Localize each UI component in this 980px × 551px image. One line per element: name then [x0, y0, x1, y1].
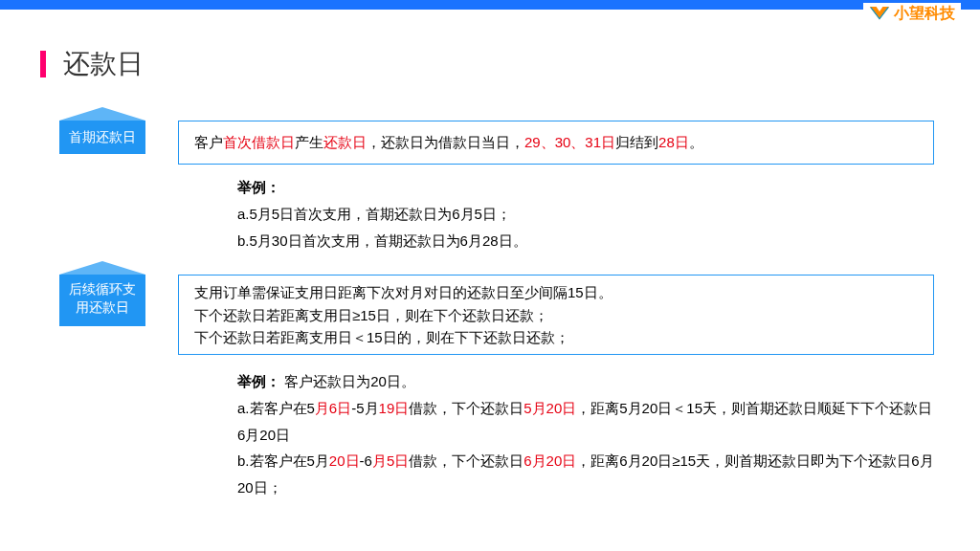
highlight: 28日	[658, 134, 689, 150]
section2-tag: 后续循环支用还款日	[59, 275, 145, 326]
highlight: 首次借款日	[223, 134, 295, 150]
brand-logo: 小望科技	[863, 3, 961, 24]
plain: 客户	[194, 134, 223, 150]
highlight: 20日	[329, 452, 360, 469]
plain: -5月	[351, 400, 378, 416]
highlight: 还款日	[323, 134, 367, 150]
highlight: 5月20日	[523, 400, 576, 416]
section1-tag: 首期还款日	[59, 121, 145, 154]
rule-line: 支用订单需保证支用日距离下次对月对日的还款日至少间隔15日。	[194, 281, 918, 303]
highlight: 6月20日	[523, 452, 576, 469]
highlight: 29、30、31日	[524, 134, 615, 150]
highlight: 19日	[379, 400, 410, 416]
example-a: a.5月5日首次支用，首期还款日为6月5日；	[237, 201, 934, 228]
section1-block: 首期还款日 客户首次借款日产生还款日，还款日为借款日当日，29、30、31日归结…	[59, 121, 934, 165]
plain: ，还款日为借款日当日，	[367, 134, 524, 150]
section1-examples: 举例： a.5月5日首次支用，首期还款日为6月5日； b.5月30日首次支用，首…	[237, 174, 934, 253]
example-b: b.5月30日首次支用，首期还款日为6月28日。	[237, 228, 934, 254]
plain: a.若客户在5	[237, 400, 315, 416]
plain: b.若客户在5月	[237, 452, 329, 469]
plain: 归结到	[615, 134, 658, 150]
plain: 借款，下个还款日	[409, 452, 523, 469]
example-header: 举例： 客户还款日为20日。	[237, 368, 934, 395]
rule-line: 下个还款日若距离支用日≥15日，则在下个还款日还款；	[194, 304, 918, 326]
logo-icon	[869, 3, 890, 24]
top-bar	[0, 0, 980, 10]
example-label: 举例：	[237, 174, 934, 201]
section2-examples: 举例： 客户还款日为20日。 a.若客户在5月6日-5月19日借款，下个还款日5…	[237, 368, 934, 501]
example-a: a.若客户在5月6日-5月19日借款，下个还款日5月20日，距离5月20日＜15…	[237, 395, 934, 449]
section1-rule: 客户首次借款日产生还款日，还款日为借款日当日，29、30、31日归结到28日。	[178, 121, 934, 165]
plain: 借款，下个还款日	[409, 400, 523, 416]
page-title-wrap: 还款日	[40, 46, 980, 82]
highlight: 月6日	[315, 400, 351, 416]
section2-rule: 支用订单需保证支用日距离下次对月对日的还款日至少间隔15日。 下个还款日若距离支…	[178, 275, 934, 355]
plain: 产生	[295, 134, 323, 150]
section2-block: 后续循环支用还款日 支用订单需保证支用日距离下次对月对日的还款日至少间隔15日。…	[59, 275, 934, 355]
plain: 。	[689, 134, 703, 150]
plain: -6	[360, 452, 372, 469]
example-label: 举例：	[237, 373, 280, 389]
example-intro: 客户还款日为20日。	[284, 373, 415, 389]
rule-line: 下个还款日若距离支用日＜15日的，则在下下还款日还款；	[194, 326, 918, 348]
brand-name: 小望科技	[894, 4, 955, 24]
page-title: 还款日	[63, 46, 144, 82]
title-accent	[40, 51, 46, 77]
highlight: 月5日	[372, 452, 409, 469]
example-b: b.若客户在5月20日-6月5日借款，下个还款日6月20日，距离6月20日≥15…	[237, 448, 934, 501]
content-area: 首期还款日 客户首次借款日产生还款日，还款日为借款日当日，29、30、31日归结…	[0, 121, 980, 501]
